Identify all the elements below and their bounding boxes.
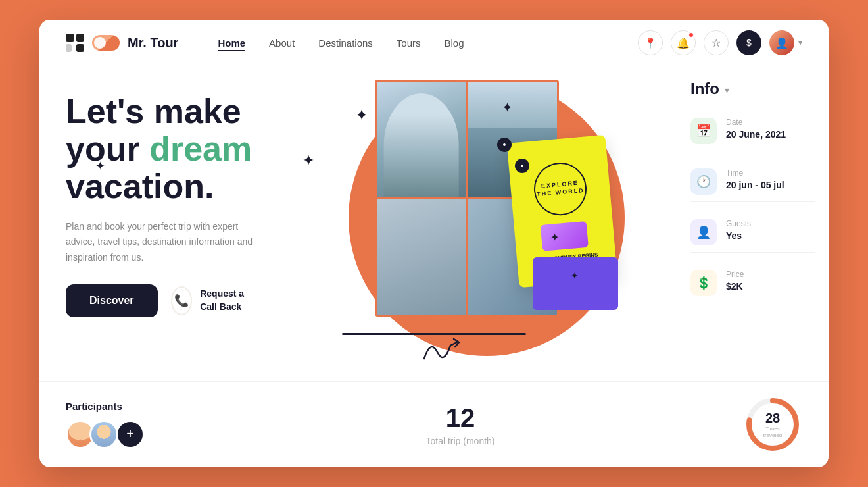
time-icon-box: 🕐 <box>690 168 717 195</box>
star-deco-3: ✦ <box>355 106 368 124</box>
img-cell-person-tl <box>377 82 466 197</box>
donut-sub-label: Times traveled <box>758 426 788 438</box>
user-avatar-button[interactable]: 👤 ▾ <box>769 30 802 55</box>
hero-highlight: dream <box>149 130 252 168</box>
card-dot-button-2[interactable]: • <box>515 159 529 173</box>
star-deco-5: ✦ <box>550 231 559 244</box>
cta-row: Discover 📞 Request a Call Back <box>66 284 263 317</box>
purple-card <box>533 257 618 310</box>
location-icon: 📍 <box>644 37 657 49</box>
browser-window: Mr. Tour Home About Destinations Tours B… <box>39 20 829 467</box>
donut-chart: 28 Times traveled <box>743 395 802 454</box>
notification-button[interactable]: 🔔 <box>671 30 696 55</box>
info-card-guests: 👤 Guests Yes <box>690 213 815 253</box>
hero-line3: vacation. <box>66 167 214 205</box>
hero-line2: your <box>66 130 149 168</box>
logo-area: Mr. Tour <box>66 34 178 52</box>
star-deco-4: ✦ <box>502 99 513 115</box>
clock-icon: 🕐 <box>696 174 711 189</box>
add-participant-button[interactable]: + <box>116 420 145 449</box>
discover-button[interactable]: Discover <box>66 284 158 317</box>
time-label: Time <box>726 168 784 178</box>
avatars-row: + <box>66 420 250 449</box>
nav-item-home[interactable]: Home <box>218 38 245 49</box>
left-section: ✦ ✦ Let's make your dream vacation. Plan… <box>39 66 289 381</box>
donut-center: 28 Times traveled <box>758 411 788 438</box>
guests-label: Guests <box>726 219 751 228</box>
donut-section: 28 Times traveled <box>671 395 802 454</box>
nav-item-destinations[interactable]: Destinations <box>318 38 373 49</box>
hero-image-container: EXPLORE THE WORLD YOUR JOURNEY BEGINS • … <box>362 73 612 349</box>
trip-count-section: 12 Total trip (month) <box>250 403 671 446</box>
guests-info: Guests Yes <box>726 219 751 241</box>
star-icon: ☆ <box>711 37 721 49</box>
center-section: ✦ ✦ ✦ ✦ <box>289 66 684 381</box>
header: Mr. Tour Home About Destinations Tours B… <box>39 20 829 66</box>
nav-item-about[interactable]: About <box>269 38 295 49</box>
time-value: 20 jun - 05 jul <box>726 180 784 190</box>
guests-icon: 👤 <box>696 225 711 240</box>
info-chevron-icon[interactable]: ▾ <box>725 85 729 95</box>
date-label: Date <box>726 118 786 127</box>
explore-circle: EXPLORE THE WORLD <box>532 160 589 217</box>
info-card-date: 📅 Date 20 June, 2021 <box>690 111 815 151</box>
brand-name: Mr. Tour <box>128 36 178 51</box>
notification-dot <box>688 32 694 38</box>
date-value: 20 June, 2021 <box>726 129 786 140</box>
hero-line1: Let's make <box>66 92 241 130</box>
callback-button[interactable]: 📞 Request a Call Back <box>171 286 263 315</box>
bottom-row: Participants + 12 Total trip (month) 28 … <box>39 381 829 467</box>
price-value: $2K <box>726 281 744 292</box>
info-card-time: 🕐 Time 20 jun - 05 jul <box>690 162 815 202</box>
phone-icon: 📞 <box>171 286 193 315</box>
guests-icon-box: 👤 <box>690 219 717 245</box>
img-cell-person-bl <box>377 199 466 315</box>
coin-button[interactable]: $ <box>736 30 761 55</box>
ticket-graphic <box>541 220 589 251</box>
bell-icon: 🔔 <box>677 37 690 49</box>
price-icon-box: 💲 <box>690 270 717 296</box>
price-info: Price $2K <box>726 270 744 292</box>
main-content: ✦ ✦ Let's make your dream vacation. Plan… <box>39 66 829 381</box>
star-deco-6: ✦ <box>571 270 579 281</box>
participants-section: Participants + <box>66 401 250 449</box>
star-deco-1: ✦ <box>302 152 314 169</box>
star-deco-2: ✦ <box>95 159 105 173</box>
info-title: Info <box>690 80 719 98</box>
header-actions: 📍 🔔 ☆ $ 👤 ▾ <box>638 30 802 55</box>
chevron-down-icon: ▾ <box>798 38 802 47</box>
trip-number: 12 <box>446 403 475 433</box>
participants-label: Participants <box>66 401 250 412</box>
squiggle-decoration <box>421 332 460 368</box>
date-info: Date 20 June, 2021 <box>726 118 786 140</box>
logo-toggle-icon <box>92 35 120 51</box>
participant-avatar-2 <box>89 420 118 449</box>
guests-value: Yes <box>726 230 751 241</box>
coin-icon: $ <box>746 38 752 48</box>
donut-number: 28 <box>758 411 788 426</box>
logo-grid-icon <box>66 34 84 52</box>
star-button[interactable]: ☆ <box>704 30 729 55</box>
card-dot-button-1[interactable]: • <box>497 138 512 152</box>
nav-item-tours[interactable]: Tours <box>397 38 421 49</box>
location-button[interactable]: 📍 <box>638 30 663 55</box>
info-header: Info ▾ <box>690 80 815 98</box>
main-nav: Home About Destinations Tours Blog <box>218 38 638 49</box>
hero-title: Let's make your dream vacation. <box>66 93 263 206</box>
calendar-icon: 📅 <box>696 124 711 138</box>
date-icon-box: 📅 <box>690 118 717 144</box>
dollar-icon: 💲 <box>696 276 711 290</box>
price-label: Price <box>726 270 744 279</box>
hero-description: Plan and book your perfect trip with exp… <box>66 219 263 266</box>
explore-text: EXPLORE THE WORLD <box>535 179 586 199</box>
right-section: Info ▾ 📅 Date 20 June, 2021 🕐 Time 20 <box>684 66 829 381</box>
trip-label: Total trip (month) <box>425 436 494 446</box>
user-avatar: 👤 <box>769 30 794 55</box>
info-card-price: 💲 Price $2K <box>690 263 815 303</box>
nav-item-blog[interactable]: Blog <box>445 38 464 49</box>
callback-label: Request a Call Back <box>200 288 263 313</box>
time-info: Time 20 jun - 05 jul <box>726 168 784 190</box>
